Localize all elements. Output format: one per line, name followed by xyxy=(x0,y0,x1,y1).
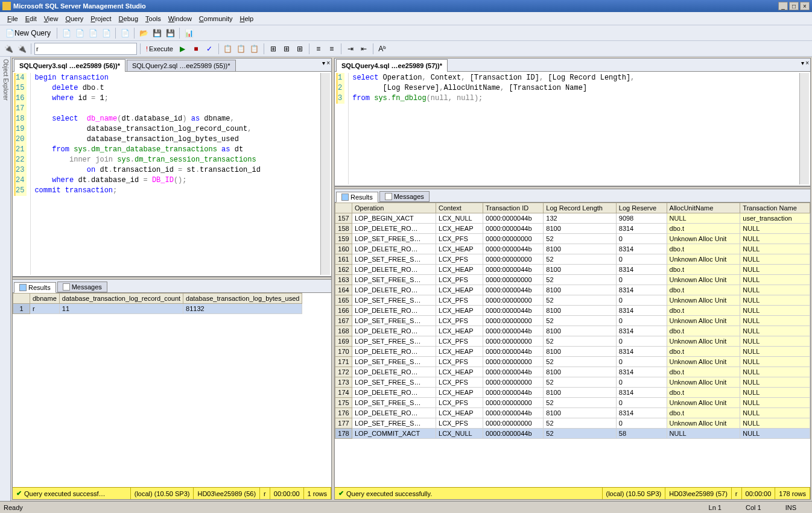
stop-icon[interactable]: ■ xyxy=(190,43,202,55)
table-row[interactable]: 165LOP_SET_FREE_S…LCX_PFS0000:0000000052… xyxy=(335,295,810,306)
tb-icon[interactable]: 📄 xyxy=(100,27,112,39)
tb-icon[interactable]: ⊞ xyxy=(294,43,306,55)
document-tab[interactable]: SQLQuery4.sql …ee25989 (57))* xyxy=(336,59,448,72)
left-editor[interactable]: 141516171819202122232425 begin transacti… xyxy=(13,72,331,277)
left-results-grid[interactable]: dbnamedatabase_transaction_log_record_co… xyxy=(13,293,331,487)
table-row[interactable]: 167LOP_SET_FREE_S…LCX_PFS0000:0000000052… xyxy=(335,316,810,326)
table-row[interactable]: 172LOP_DELETE_RO…LCX_HEAP0000:0000044b81… xyxy=(335,367,810,377)
column-header[interactable]: database_transaction_log_record_count xyxy=(59,294,183,304)
right-results-grid[interactable]: OperationContextTransaction IDLog Record… xyxy=(335,203,810,487)
table-row[interactable]: 164LOP_DELETE_RO…LCX_HEAP0000:0000044b81… xyxy=(335,285,810,295)
table-row[interactable]: 173LOP_SET_FREE_S…LCX_PFS0000:0000000052… xyxy=(335,377,810,388)
menu-edit[interactable]: Edit xyxy=(22,14,40,24)
object-explorer-tab[interactable]: Object Explorer xyxy=(0,57,11,501)
column-header[interactable]: Log Reserve xyxy=(616,203,667,213)
tab-close-icon[interactable]: × xyxy=(805,60,809,66)
column-header[interactable]: AllocUnitName xyxy=(667,203,740,213)
connect-icon[interactable]: 🔌 xyxy=(2,43,14,55)
table-row[interactable]: 168LOP_DELETE_RO…LCX_HEAP0000:0000044b81… xyxy=(335,326,810,336)
column-header[interactable]: Transaction ID xyxy=(483,203,544,213)
table-row[interactable]: 177LOP_SET_FREE_S…LCX_PFS0000:0000000052… xyxy=(335,418,810,429)
change-connection-icon[interactable]: 🔌 xyxy=(16,43,28,55)
table-row[interactable]: 176LOP_DELETE_RO…LCX_HEAP0000:0000044b81… xyxy=(335,408,810,418)
results-tab-results[interactable]: Results xyxy=(14,282,56,293)
table-row[interactable]: 174LOP_DELETE_RO…LCX_HEAP0000:0000044b81… xyxy=(335,388,810,398)
scrollbar-vertical[interactable] xyxy=(320,73,330,275)
results-tab-messages[interactable]: Messages xyxy=(379,191,430,202)
tb-icon[interactable]: Aᵇ xyxy=(376,43,389,55)
execute-button[interactable]: ! Execute xyxy=(144,45,176,52)
table-row[interactable]: 166LOP_DELETE_RO…LCX_HEAP0000:0000044b81… xyxy=(335,306,810,316)
table-row[interactable]: 161LOP_SET_FREE_S…LCX_PFS0000:0000000052… xyxy=(335,254,810,265)
database-combo[interactable] xyxy=(34,43,137,55)
table-row[interactable]: 169LOP_SET_FREE_S…LCX_PFS0000:0000000052… xyxy=(335,336,810,347)
tb-icon[interactable]: 📄 xyxy=(119,27,131,39)
status-ln: Ln 1 xyxy=(709,504,722,511)
tb-icon[interactable]: 📄 xyxy=(74,27,86,39)
right-results-tabstrip: Results Messages xyxy=(335,189,810,203)
outdent-icon[interactable]: ⇤ xyxy=(358,43,370,55)
table-row[interactable]: 175LOP_SET_FREE_S…LCX_PFS0000:0000000052… xyxy=(335,398,810,408)
table-row[interactable]: 160LOP_DELETE_RO…LCX_HEAP0000:0000044b81… xyxy=(335,244,810,254)
indent-icon[interactable]: ⇥ xyxy=(344,43,357,55)
column-header[interactable]: database_transaction_log_bytes_used xyxy=(183,294,302,304)
table-row[interactable]: 158LOP_DELETE_RO…LCX_HEAP0000:0000044b81… xyxy=(335,224,810,234)
new-query-button[interactable]: 📄 New Query xyxy=(2,27,54,39)
tb-icon[interactable]: 📋 xyxy=(222,43,234,55)
document-tab[interactable]: SQLQuery3.sql …ee25989 (56))* xyxy=(14,59,125,72)
column-header[interactable]: dbname xyxy=(30,294,60,304)
tb-icon[interactable]: 📋 xyxy=(249,43,261,55)
play-icon[interactable]: ▶ xyxy=(177,43,189,55)
status-rows: 178 rows xyxy=(775,488,810,499)
tab-close-icon[interactable]: × xyxy=(326,60,330,66)
tb-icon[interactable]: ⊞ xyxy=(281,43,293,55)
uncomment-icon[interactable]: ≡ xyxy=(326,43,338,55)
results-tab-results[interactable]: Results xyxy=(336,192,378,203)
menu-help[interactable]: Help xyxy=(236,14,258,24)
table-row[interactable]: 170LOP_DELETE_RO…LCX_HEAP0000:0000044b81… xyxy=(335,347,810,357)
menu-project[interactable]: Project xyxy=(87,14,115,24)
tab-menu-icon[interactable]: ▾ xyxy=(322,60,325,66)
column-header[interactable]: Transaction Name xyxy=(740,203,810,213)
menu-community[interactable]: Community xyxy=(195,14,236,24)
save-all-icon[interactable]: 💾 xyxy=(164,27,176,39)
right-editor[interactable]: 123 select Operation, Context, [Transact… xyxy=(335,72,810,186)
column-header[interactable]: Context xyxy=(436,203,483,213)
tb-icon[interactable]: 📋 xyxy=(235,43,247,55)
menu-window[interactable]: Window xyxy=(165,14,195,24)
menu-tools[interactable]: Tools xyxy=(142,14,165,24)
toolbar-standard: 📄 New Query 📄 📄 📄 📄 📄 📂 💾 💾 📊 xyxy=(0,25,812,41)
tb-icon[interactable]: 📄 xyxy=(87,27,99,39)
left-results-tabstrip: Results Messages xyxy=(13,280,331,293)
table-row[interactable]: 157LOP_BEGIN_XACTLCX_NULL0000:0000044b13… xyxy=(335,213,810,224)
menu-query[interactable]: Query xyxy=(62,14,87,24)
open-icon[interactable]: 📂 xyxy=(138,27,150,39)
tb-icon[interactable]: ⊞ xyxy=(267,43,279,55)
table-row[interactable]: 159LOP_SET_FREE_S…LCX_PFS0000:0000000052… xyxy=(335,234,810,244)
left-statusbar: Query executed successf…(local) (10.50 S… xyxy=(13,487,331,499)
menu-file[interactable]: File xyxy=(4,14,22,24)
close-button[interactable]: × xyxy=(800,2,810,10)
tab-menu-icon[interactable]: ▾ xyxy=(801,60,804,66)
comment-icon[interactable]: ≡ xyxy=(312,43,325,55)
column-header[interactable]: Log Record Length xyxy=(544,203,616,213)
column-header[interactable]: Operation xyxy=(352,203,436,213)
scrollbar-vertical[interactable] xyxy=(799,73,809,184)
parse-icon[interactable]: ✓ xyxy=(203,43,215,55)
save-icon[interactable]: 💾 xyxy=(151,27,163,39)
table-row[interactable]: 171LOP_SET_FREE_S…LCX_PFS0000:0000000052… xyxy=(335,357,810,367)
maximize-button[interactable]: □ xyxy=(789,2,799,10)
table-row[interactable]: 163LOP_SET_FREE_S…LCX_PFS0000:0000000052… xyxy=(335,275,810,285)
table-row[interactable]: 162LOP_DELETE_RO…LCX_HEAP0000:0000044b81… xyxy=(335,265,810,275)
menu-view[interactable]: View xyxy=(40,14,62,24)
results-tab-messages[interactable]: Messages xyxy=(57,282,107,292)
tb-icon[interactable]: 📄 xyxy=(60,27,72,39)
document-tab[interactable]: SQLQuery2.sql …ee25989 (55))* xyxy=(127,60,236,71)
status-col: Col 1 xyxy=(746,504,761,511)
activity-icon[interactable]: 📊 xyxy=(183,27,195,39)
table-row[interactable]: 178LOP_COMMIT_XACTLCX_NULL0000:0000044b5… xyxy=(335,429,810,439)
minimize-button[interactable]: _ xyxy=(778,2,788,10)
table-row[interactable]: 1r1181132 xyxy=(13,304,302,314)
menu-debug[interactable]: Debug xyxy=(115,14,142,24)
menubar: FileEditViewQueryProjectDebugToolsWindow… xyxy=(0,12,812,25)
